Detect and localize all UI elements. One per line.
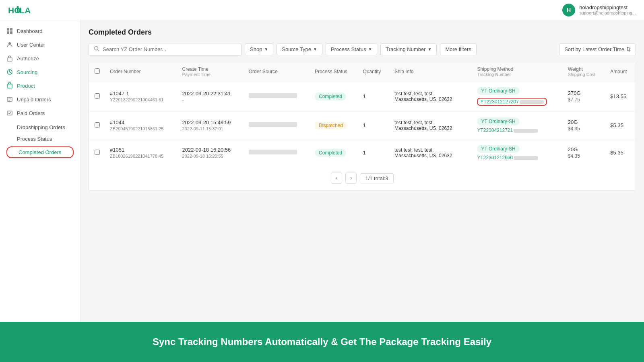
user-name: holadropshippingtest: [579, 4, 636, 10]
shop-filter-button[interactable]: Shop ▼: [245, 43, 273, 55]
footer-banner: Sync Tracking Numbers Automatically & Ge…: [0, 322, 644, 362]
col-process-status: Process Status: [310, 62, 358, 81]
table-row: #1051 ZB18026190221041778 45 2022-09-18 …: [89, 139, 636, 167]
row-checkbox-2[interactable]: [95, 150, 100, 155]
row-checkbox-1[interactable]: [95, 122, 100, 128]
tracking-number-filter-button[interactable]: Tracking Number ▼: [380, 43, 437, 55]
create-time: 2022-09-20 22:31:41: [182, 90, 239, 97]
next-page-button[interactable]: ›: [345, 173, 357, 184]
weight: 20G: [568, 119, 601, 125]
quantity: 1: [358, 112, 390, 139]
quantity: 1: [358, 139, 390, 167]
svg-line-16: [98, 50, 99, 51]
sidebar-item-dashboard-label: Dashboard: [17, 28, 43, 34]
tracking-number: YT22304212721: [477, 128, 538, 133]
col-ship-info: Ship Info: [390, 62, 472, 81]
source-type-chevron-icon: ▼: [313, 47, 317, 51]
orders-table: Order Number Create Time Payment Time Or…: [89, 62, 636, 166]
paid-orders-group: Dropshipping Orders Process Status Compl…: [0, 120, 80, 161]
sidebar-item-dropshipping-orders[interactable]: Dropshipping Orders: [0, 121, 80, 133]
orders-table-container: Order Number Create Time Payment Time Or…: [89, 62, 636, 191]
status-badge: Completed: [315, 149, 346, 157]
sidebar-item-authorize[interactable]: Authorize: [0, 51, 80, 65]
col-weight: Weight Shipping Cost: [563, 62, 606, 81]
user-icon: [6, 41, 13, 48]
tracking-number-highlighted[interactable]: YT223012127207: [477, 98, 547, 106]
avatar: H: [562, 4, 575, 16]
search-box[interactable]: [89, 43, 242, 56]
order-number: #1044: [110, 119, 173, 125]
sidebar-item-dashboard[interactable]: Dashboard: [0, 24, 80, 38]
page-info: 1/1 total:3: [360, 173, 393, 183]
user-details: holadropshippingtest support@holadropshi…: [579, 4, 636, 15]
header: HO LA H holadropshippingtest support@hol…: [0, 0, 644, 20]
col-create-time: Create Time Payment Time: [178, 62, 244, 81]
svg-rect-10: [7, 84, 12, 88]
search-icon: [94, 46, 99, 53]
sidebar-item-product[interactable]: Product: [0, 79, 80, 93]
svg-rect-4: [10, 28, 12, 31]
process-status-chevron-icon: ▼: [368, 47, 372, 51]
svg-point-15: [95, 47, 98, 50]
sidebar-item-paid-orders[interactable]: Paid Orders: [0, 106, 80, 120]
sidebar-item-completed-orders[interactable]: Completed Orders: [6, 146, 74, 158]
svg-point-7: [8, 42, 11, 45]
col-quantity: Quantity: [358, 62, 390, 81]
content-area: Completed Orders Shop ▼ Source Type ▼: [80, 20, 644, 322]
process-status-filter-button[interactable]: Process Status ▼: [326, 43, 377, 55]
weight: 20G: [568, 146, 601, 152]
sidebar-item-sourcing[interactable]: Sourcing: [0, 65, 80, 79]
svg-rect-8: [7, 58, 12, 61]
sidebar-item-unpaid-orders[interactable]: Unpaid Orders: [0, 93, 80, 106]
prev-page-button[interactable]: ‹: [331, 173, 342, 184]
payment-time: -: [182, 97, 239, 102]
order-number: #1047-1: [110, 90, 173, 97]
shop-chevron-icon: ▼: [264, 47, 268, 51]
select-all-checkbox[interactable]: [95, 68, 100, 74]
status-badge: Dispatched: [315, 121, 347, 130]
ship-info: test test, test, test, Massachusetts, US…: [390, 139, 472, 167]
svg-text:HO: HO: [8, 5, 21, 14]
sidebar-item-user-center-label: User Center: [17, 42, 45, 48]
sort-button[interactable]: Sort by Latest Order Time ⇅: [559, 43, 636, 55]
page-title: Completed Orders: [89, 28, 636, 37]
search-input[interactable]: [103, 46, 236, 52]
main-layout: Dashboard User Center Authorize: [0, 20, 644, 322]
order-id: YZ20132290221004461 61: [110, 97, 173, 102]
amount: $13.55: [605, 81, 636, 112]
filter-bar: Shop ▼ Source Type ▼ Process Status ▼ Tr…: [89, 43, 636, 56]
payment-time: 2022-09-18 16:20:55: [182, 154, 239, 158]
col-amount: Amount: [605, 62, 636, 81]
unpaid-orders-icon: [6, 96, 13, 103]
row-checkbox-0[interactable]: [95, 93, 100, 99]
svg-rect-5: [7, 31, 9, 34]
paid-orders-icon: [6, 110, 13, 116]
pagination: ‹ › 1/1 total:3: [89, 166, 636, 190]
order-source-blurred: [249, 150, 297, 154]
shipping-method-badge: YT Ordinary-SH: [477, 87, 519, 95]
amount: $5.35: [605, 112, 636, 139]
svg-rect-11: [7, 97, 12, 101]
status-badge: Completed: [315, 93, 346, 101]
create-time: 2022-09-18 16:20:56: [182, 147, 239, 153]
source-type-filter-button[interactable]: Source Type ▼: [277, 43, 322, 55]
more-filters-button[interactable]: More filters: [440, 43, 476, 55]
sidebar: Dashboard User Center Authorize: [0, 20, 80, 322]
sort-icon: ⇅: [626, 46, 631, 52]
order-id: ZB20945190221015861 25: [110, 126, 173, 131]
sidebar-item-process-status[interactable]: Process Status: [0, 133, 80, 145]
sidebar-item-paid-orders-label: Paid Orders: [17, 110, 45, 116]
table-row: #1044 ZB20945190221015861 25 2022-09-20 …: [89, 112, 636, 139]
sourcing-icon: [6, 69, 13, 75]
order-source-blurred: [249, 93, 297, 98]
dashboard-icon: [6, 28, 13, 34]
col-shipping-method: Shipping Method Tracking Number: [472, 62, 563, 81]
ship-info: test test, test, test, Massachusetts, US…: [390, 112, 472, 139]
ship-info: test test, test, test, Massachusetts, US…: [390, 81, 472, 112]
shipping-cost: $4.35: [568, 126, 601, 132]
svg-text:LA: LA: [20, 5, 31, 14]
order-id: ZB18026190221041778 45: [110, 154, 173, 158]
sidebar-item-user-center[interactable]: User Center: [0, 38, 80, 51]
shipping-cost: $7.75: [568, 97, 601, 103]
sidebar-item-unpaid-orders-label: Unpaid Orders: [17, 97, 51, 103]
